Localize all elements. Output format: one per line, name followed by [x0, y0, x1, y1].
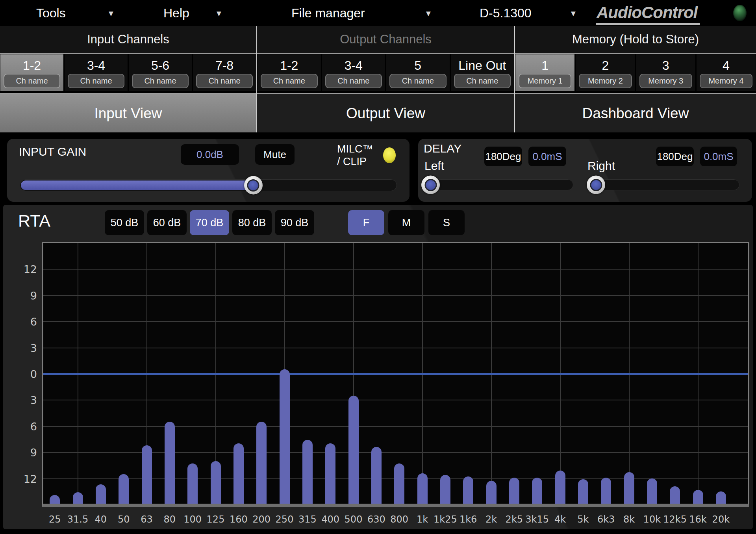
input-gain-value[interactable]: 0.0dB — [181, 144, 239, 165]
memory-name-button[interactable]: Memory 2 — [579, 74, 632, 88]
x-tick-label: 80 — [164, 514, 176, 525]
menu-help[interactable]: Help — [163, 0, 189, 26]
output-tab-5[interactable]: 5Ch name — [386, 54, 450, 91]
rta-range-button-70-db[interactable]: 70 dB — [190, 210, 229, 235]
dropdown-arrow-icon[interactable]: ▼ — [107, 9, 115, 18]
memory-tabs: 1Memory 12Memory 23Memory 34Memory 4 — [515, 54, 756, 92]
x-tick-label: 1k25 — [434, 514, 457, 525]
input-tab-3-4[interactable]: 3-4Ch name — [65, 54, 128, 91]
rta-bar-125 — [211, 461, 221, 504]
delay-title: DELAY — [424, 142, 461, 155]
gridline-h-12db — [43, 269, 748, 270]
gridline-h-6db — [43, 426, 748, 427]
tab-label: 4 — [697, 56, 756, 75]
delay-right-ms-value[interactable]: 0.0mS — [700, 147, 737, 166]
app-root: Tools ▼ Help ▼ File manager ▼ D-5.1300 ▼… — [0, 0, 756, 534]
memory-name-button[interactable]: Memory 4 — [700, 74, 752, 88]
x-tick-label: 40 — [95, 514, 107, 525]
y-tick-label: 12 — [13, 263, 37, 275]
menu-bar: Tools ▼ Help ▼ File manager ▼ D-5.1300 ▼… — [0, 0, 756, 26]
dropdown-arrow-icon[interactable]: ▼ — [569, 9, 577, 18]
view-tab-dashboard-view[interactable]: Dashboard View — [515, 94, 756, 132]
tab-label: 1-2 — [258, 56, 321, 75]
rta-bar-2k5 — [509, 478, 519, 504]
rta-range-button-60-db[interactable]: 60 dB — [147, 210, 187, 235]
delay-left-slider[interactable] — [423, 179, 573, 190]
delay-left-ms-value[interactable]: 0.0mS — [528, 147, 566, 166]
milc-clip-label: MILC™ / CLIP — [337, 143, 373, 168]
delay-left-phase-button[interactable]: 180Deg — [484, 147, 522, 166]
memory-name-button[interactable]: Memory 1 — [519, 74, 571, 88]
x-tick-label: 630 — [367, 514, 385, 525]
memory-tab-3[interactable]: 3Memory 3 — [636, 54, 695, 91]
ch-name-button[interactable]: Ch name — [261, 74, 318, 88]
audiocontrol-logo: AudioControl — [596, 3, 700, 25]
memory-tab-1[interactable]: 1Memory 1 — [515, 54, 574, 91]
delay-right-slider[interactable] — [588, 179, 739, 190]
rta-bar-1k25 — [440, 475, 450, 504]
ch-name-button[interactable]: Ch name — [196, 74, 253, 88]
ch-name-button[interactable]: Ch name — [454, 74, 511, 88]
menu-device-model[interactable]: D-5.1300 — [480, 0, 532, 26]
menu-file-manager[interactable]: File manager — [291, 0, 365, 26]
rta-bar-25 — [50, 495, 60, 504]
zero-db-line — [43, 373, 748, 375]
x-tick-label: 100 — [183, 514, 202, 525]
dropdown-arrow-icon[interactable]: ▼ — [424, 9, 432, 18]
ch-name-button[interactable]: Ch name — [68, 74, 124, 88]
memory-name-button[interactable]: Memory 3 — [639, 74, 692, 88]
x-tick-label: 3k15 — [525, 514, 549, 525]
x-tick-label: 2k5 — [506, 514, 523, 525]
view-tab-input-view[interactable]: Input View — [0, 94, 256, 132]
slider-track[interactable] — [588, 179, 739, 190]
y-tick-label: 0 — [13, 368, 37, 380]
x-tick-label: 50 — [118, 514, 130, 525]
rta-bar-80 — [165, 422, 175, 504]
slider-thumb[interactable] — [421, 176, 440, 194]
ch-name-button[interactable]: Ch name — [389, 74, 447, 88]
input-tab-5-6[interactable]: 5-6Ch name — [129, 54, 192, 91]
ch-name-button[interactable]: Ch name — [325, 74, 382, 88]
view-tab-output-view[interactable]: Output View — [257, 94, 514, 132]
x-tick-label: 2k — [485, 514, 497, 525]
x-tick-label: 8k — [623, 514, 635, 525]
tab-label: 5 — [386, 56, 450, 75]
rta-bar-250 — [280, 369, 290, 504]
rta-bar-160 — [233, 443, 244, 504]
rta-speed-button-s[interactable]: S — [428, 210, 465, 235]
dropdown-arrow-icon[interactable]: ▼ — [215, 9, 223, 18]
rta-speed-button-m[interactable]: M — [388, 210, 424, 235]
ch-name-button[interactable]: Ch name — [4, 74, 60, 88]
slider-track[interactable] — [423, 179, 573, 190]
delay-right-phase-button[interactable]: 180Deg — [656, 147, 694, 166]
menu-tools[interactable]: Tools — [36, 0, 66, 26]
input-tab-1-2[interactable]: 1-2Ch name — [0, 54, 63, 91]
output-tab-1-2[interactable]: 1-2Ch name — [258, 54, 321, 91]
rta-bar-63 — [142, 445, 152, 504]
y-tick-label: 9 — [13, 447, 37, 459]
slider-thumb[interactable] — [244, 176, 263, 195]
mute-button[interactable]: Mute — [255, 144, 295, 165]
memory-tab-2[interactable]: 2Memory 2 — [576, 54, 635, 91]
x-tick-label: 20k — [712, 514, 730, 525]
rta-bar-20k — [716, 491, 726, 504]
rta-bar-400 — [325, 443, 335, 504]
input-gain-slider[interactable] — [20, 179, 397, 191]
rta-bar-200 — [256, 422, 267, 504]
output-tab-3-4[interactable]: 3-4Ch name — [322, 54, 385, 91]
rta-range-button-50-db[interactable]: 50 dB — [105, 210, 144, 235]
memory-tab-4[interactable]: 4Memory 4 — [697, 54, 756, 91]
rta-range-button-80-db[interactable]: 80 dB — [232, 210, 272, 235]
rta-bar-630 — [371, 447, 382, 504]
rta-speed-button-f[interactable]: F — [348, 210, 384, 235]
slider-thumb[interactable] — [587, 176, 605, 194]
rta-range-button-90-db[interactable]: 90 dB — [275, 210, 314, 235]
x-tick-label: 200 — [252, 514, 271, 525]
rta-title: RTA — [18, 211, 50, 231]
output-tab-line-out[interactable]: Line OutCh name — [451, 54, 514, 91]
input-tab-7-8[interactable]: 7-8Ch name — [193, 54, 256, 91]
rta-bar-1k — [417, 473, 428, 504]
rta-range-buttons: 50 dB60 dB70 dB80 dB90 dB — [105, 210, 314, 235]
rta-chart-plot — [42, 242, 749, 507]
ch-name-button[interactable]: Ch name — [132, 74, 189, 88]
